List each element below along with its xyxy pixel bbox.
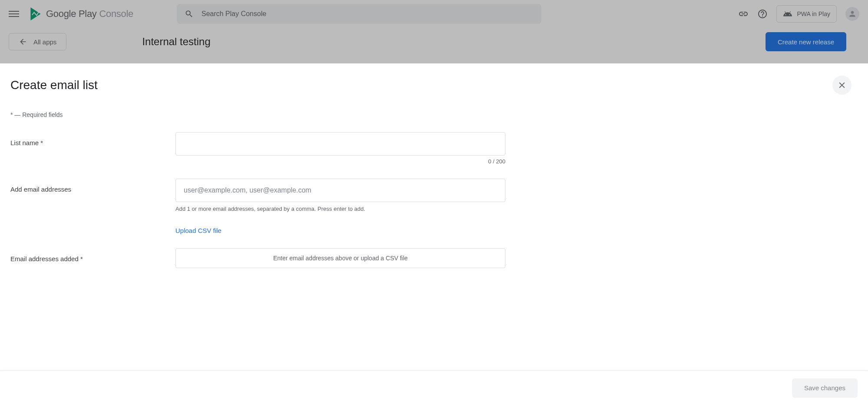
modal-title: Create email list [10,78,98,92]
add-emails-helper: Add 1 or more email addresses, separated… [175,206,505,212]
add-emails-input[interactable] [175,179,505,202]
modal-body: * — Required fields List name * 0 / 200 … [0,95,868,370]
close-icon [837,80,847,90]
upload-csv-link[interactable]: Upload CSV file [175,227,221,234]
create-email-list-modal: Create email list * — Required fields Li… [0,63,868,405]
add-emails-row: Add email addresses Add 1 or more email … [10,179,858,234]
list-name-input[interactable] [175,132,505,156]
required-fields-note: * — Required fields [10,111,858,118]
add-emails-label: Add email addresses [10,179,175,193]
modal-header: Create email list [0,63,868,95]
list-name-counter: 0 / 200 [175,158,505,165]
emails-added-label: Email addresses added * [10,248,175,262]
emails-added-empty: Enter email addresses above or upload a … [175,248,505,268]
modal-scrim[interactable] [0,0,868,63]
save-changes-button[interactable]: Save changes [792,378,858,398]
list-name-label: List name * [10,132,175,146]
emails-added-row: Email addresses added * Enter email addr… [10,248,858,268]
list-name-row: List name * 0 / 200 [10,132,858,165]
close-button[interactable] [832,76,851,95]
modal-footer: Save changes [0,370,868,405]
